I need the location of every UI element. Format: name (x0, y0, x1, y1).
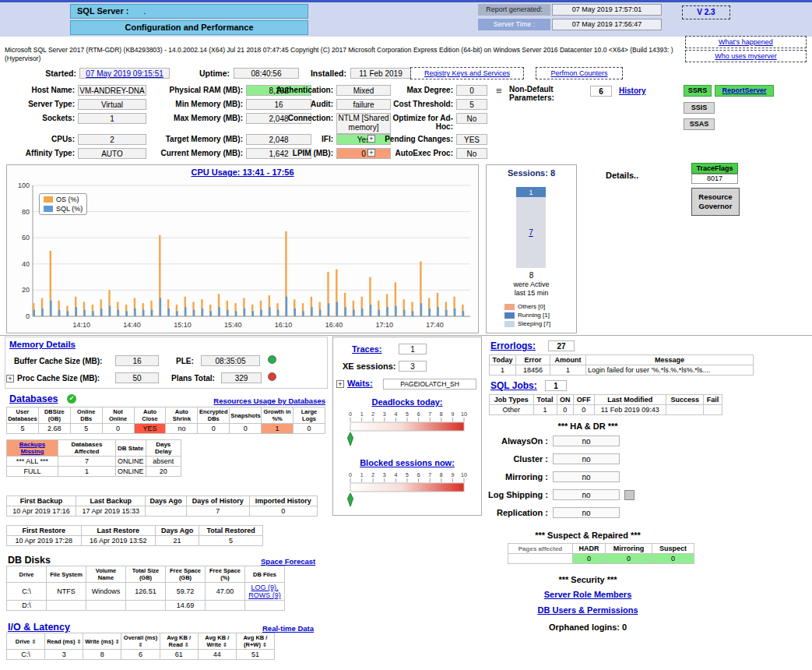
table-row: Other10011 Feb 2019 09:43 (490, 405, 722, 415)
waits-expand-icon[interactable] (336, 380, 344, 388)
table-cell: Job Types (490, 395, 534, 405)
table-cell: Avg KB / (R+W) (236, 633, 274, 650)
sessions-legend-others: Others [0] (504, 303, 545, 310)
pending-changes-expand-icon[interactable] (367, 135, 375, 143)
table-cell-link[interactable]: Backups Missing (7, 440, 58, 457)
table-cell: no (166, 424, 198, 434)
table-row: *** ALL ***7ONLINEabsent (7, 457, 181, 467)
table-cell: 1 (550, 365, 586, 376)
errorlogs-title[interactable]: Errorlogs: (490, 340, 536, 351)
log-shipping-settings-button[interactable] (624, 490, 634, 500)
reportserver-link[interactable]: ReportServer (715, 85, 774, 97)
resources-usage-link[interactable]: Resources Usage by Databases (178, 397, 325, 405)
table-cell: Days Delay (146, 440, 181, 457)
sessions-legend-sleeping: Sleeping [7] (504, 320, 550, 327)
table-cell: 1 (490, 365, 516, 376)
table-cell: NTFS (47, 583, 86, 601)
table-cell: DB State (115, 440, 146, 457)
table-cell: Windows (86, 583, 126, 601)
buffer-cache-value: 16 (115, 355, 159, 366)
table-cell: 2.68 (38, 424, 70, 434)
sessions-running-count: 1 (529, 189, 533, 196)
traces-label[interactable]: Traces: (352, 344, 382, 354)
perfmon-button[interactable]: Perfmon Counters (536, 67, 623, 79)
table-row: D:\14.69 (7, 601, 285, 611)
details-label[interactable]: Details.. (606, 171, 638, 180)
max-degree-value: 0 (456, 85, 487, 96)
history-link[interactable]: History (619, 86, 645, 95)
nondefault-count: 6 (590, 86, 612, 97)
who-uses-link[interactable]: Who uses myserver (685, 50, 807, 62)
cluster-value: no (553, 453, 620, 464)
sql-jobs-title[interactable]: SQL Jobs: (490, 380, 537, 391)
started-value[interactable]: 07 May 2019 09:15:51 (79, 68, 170, 79)
ssrs-badge: SSRS (684, 85, 712, 97)
backups-table: Backups MissingDatabases AffectedDB Stat… (6, 439, 181, 477)
svg-text:6: 6 (417, 472, 420, 478)
io-latency-title[interactable]: I/O & Latency (8, 622, 70, 633)
table-cell: 8 (83, 650, 121, 660)
installed-value: 11 Feb 2019 (350, 68, 411, 79)
table-cell: Days Ago (146, 496, 186, 506)
deadlocks-gauge: 012345678910 (341, 410, 473, 447)
replication-label: Replication : (476, 508, 548, 517)
table-cell: Total (533, 395, 557, 405)
waits-label[interactable]: Waits: (347, 379, 373, 388)
realtime-data-link[interactable]: Real-time Data (262, 624, 314, 633)
table-cell: 61 (160, 650, 198, 660)
table-cell: 51 (236, 650, 274, 660)
table-cell: 0 (573, 554, 606, 564)
server-time-label: Server Time : (478, 19, 550, 30)
table-cell: Days Ago (156, 526, 199, 536)
table-cell: Imported History (249, 496, 317, 506)
cluster-label: Cluster : (476, 454, 548, 464)
table-cell: Message (586, 355, 754, 365)
table-cell-link[interactable]: LOG (9), ROWS (9) (245, 583, 285, 601)
menu-icon[interactable] (496, 85, 502, 97)
table-cell (126, 601, 166, 611)
svg-text:80: 80 (22, 208, 30, 216)
ple-label: PLE: (176, 357, 194, 365)
running-label: Running [1] (518, 312, 550, 319)
adhoc-label: Optimize for Ad-Hoc: (378, 114, 453, 131)
version-badge: V 2.3 (682, 5, 730, 19)
table-cell: 1 (533, 405, 557, 415)
table-cell: Error (516, 355, 550, 365)
others-label: Others [0] (518, 303, 545, 310)
cpu-usage-title[interactable]: CPU Usage: 13:41 - 17:56 (6, 168, 479, 177)
os-legend-label: OS (%) (56, 196, 79, 203)
sessions-caption-2: last 15 min (486, 289, 577, 297)
table-cell: Success (666, 395, 704, 405)
log-shipping-label: Log Shipping : (476, 490, 548, 499)
table-cell: 11 Feb 2019 09:43 (594, 405, 666, 415)
server-time-value: 07 May 2019 17:56:47 (552, 19, 662, 30)
sql-jobs-count: 1 (545, 380, 567, 391)
databases-title[interactable]: Databases (9, 393, 58, 404)
resource-governor-button[interactable]: Resource Governor (691, 188, 740, 216)
table-row: 10 Apr 2019 17:1617 Apr 2019 15:3370 (7, 506, 318, 517)
server-type-value: Virtual (78, 99, 146, 110)
plans-total-label: Plans Total: (171, 374, 215, 383)
memory-details-title[interactable]: Memory Details (9, 340, 76, 349)
sessions-sleeping-count[interactable]: 7 (529, 228, 533, 237)
table-cell: Drive (7, 633, 45, 650)
io-table: DriveRead (ms)Write (ms)Overall (ms)Avg … (6, 633, 275, 660)
table-cell: Other (490, 405, 534, 415)
table-cell: 20 (146, 467, 181, 477)
db-users-permissions-link[interactable]: DB Users & Permissions (498, 605, 677, 615)
sql-jobs-table: Job TypesTotalONOFFLast ModifiedSuccessF… (489, 394, 722, 415)
table-cell (704, 405, 722, 415)
table-cell: ON (557, 395, 573, 405)
autoexec-expand-icon[interactable] (367, 149, 375, 157)
table-cell: DB Files (245, 566, 285, 583)
svg-text:16:40: 16:40 (325, 321, 343, 329)
deadlocks-today-link[interactable]: Deadlocks today: (335, 397, 480, 407)
whats-happened-link[interactable]: What's happened (685, 36, 807, 48)
cost-threshold-value: 5 (456, 99, 487, 110)
server-role-members-link[interactable]: Server Role Members (498, 590, 677, 599)
space-forecast-link[interactable]: Space Forecast (261, 557, 315, 566)
proc-cache-expand-icon[interactable] (6, 375, 14, 383)
blocked-sessions-link[interactable]: Blocked sessions now: (335, 458, 480, 467)
table-cell: 18456 (516, 365, 550, 376)
registry-keys-button[interactable]: Registry Keys and Services (410, 67, 524, 79)
